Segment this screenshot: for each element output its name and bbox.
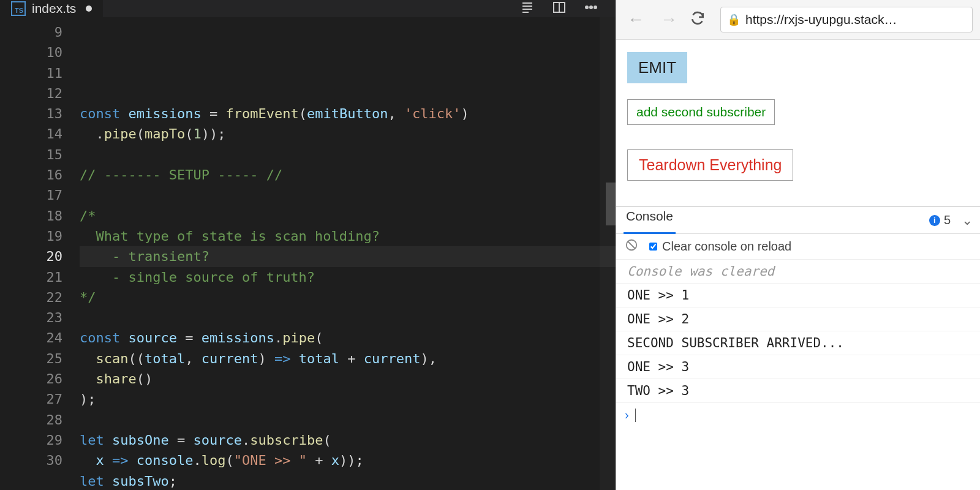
clear-on-reload-checkbox[interactable]: Clear console on reload bbox=[649, 239, 791, 254]
line-number: 28 bbox=[0, 410, 62, 430]
add-subscriber-button[interactable]: add second subscriber bbox=[627, 99, 775, 125]
line-number: 30 bbox=[0, 450, 62, 470]
line-number: 18 bbox=[0, 206, 62, 226]
active-line-highlight bbox=[80, 246, 616, 266]
emit-button[interactable]: EMIT bbox=[627, 52, 687, 83]
line-number: 24 bbox=[0, 328, 62, 348]
code-line[interactable] bbox=[80, 83, 616, 104]
line-number: 29 bbox=[0, 430, 62, 450]
editor-tabbar-actions bbox=[520, 0, 616, 17]
reload-button-icon[interactable] bbox=[690, 10, 706, 29]
clear-on-reload-label: Clear console on reload bbox=[662, 239, 791, 254]
more-actions-icon[interactable] bbox=[584, 0, 598, 17]
svg-point-3 bbox=[594, 6, 597, 9]
line-number: 13 bbox=[0, 104, 62, 124]
line-number: 10 bbox=[0, 42, 62, 62]
line-number: 27 bbox=[0, 389, 62, 409]
console-toolbar: Clear console on reload bbox=[616, 234, 980, 260]
line-number: 20 bbox=[0, 246, 62, 266]
code-line[interactable]: // ------- SETUP ----- // bbox=[80, 165, 616, 185]
browser-preview-pane: ← → 🔒 https://rxjs-uyupgu.stack… EMIT ad… bbox=[616, 0, 980, 490]
console-log-entry: SECOND SUBSCRIBER ARRIVED... bbox=[616, 331, 980, 355]
split-editor-icon[interactable] bbox=[552, 0, 567, 17]
unsaved-indicator-icon bbox=[86, 6, 92, 12]
code-line[interactable]: let subsOne = source.subscribe( bbox=[80, 430, 616, 450]
editor-tab-active[interactable]: TS index.ts bbox=[0, 0, 103, 17]
svg-point-1 bbox=[586, 6, 588, 9]
console-input-row[interactable]: › bbox=[616, 403, 980, 427]
svg-point-2 bbox=[590, 6, 592, 9]
console-log-list: Console was clearedONE >> 1ONE >> 2SECON… bbox=[616, 260, 980, 403]
line-number: 11 bbox=[0, 63, 62, 83]
code-area[interactable]: 9101112131415161718192021222324252627282… bbox=[0, 17, 616, 490]
line-number: 9 bbox=[0, 22, 62, 42]
line-number: 15 bbox=[0, 145, 62, 165]
line-number: 14 bbox=[0, 124, 62, 144]
secure-lock-icon: 🔒 bbox=[727, 13, 741, 26]
console-header: Console i 5 ⌄ bbox=[616, 207, 980, 234]
code-line[interactable] bbox=[80, 410, 616, 430]
editor-tab-title: index.ts bbox=[32, 1, 76, 16]
code-line[interactable]: const source = emissions.pipe( bbox=[80, 328, 616, 348]
console-message-count: i 5 bbox=[929, 213, 951, 227]
teardown-button[interactable]: Teardown Everything bbox=[627, 149, 793, 181]
code-line[interactable]: share() bbox=[80, 369, 616, 389]
code-line[interactable] bbox=[80, 145, 616, 165]
code-line[interactable]: ); bbox=[80, 389, 616, 409]
code-line[interactable]: What type of state is scan holding? bbox=[80, 226, 616, 246]
code-line[interactable]: x => console.log("ONE >> " + x)); bbox=[80, 450, 616, 470]
line-number: 23 bbox=[0, 307, 62, 328]
line-number: 21 bbox=[0, 267, 62, 287]
line-number: 25 bbox=[0, 349, 62, 369]
clear-on-reload-input[interactable] bbox=[649, 243, 657, 251]
line-number: 26 bbox=[0, 369, 62, 389]
browser-nav-toolbar: ← → 🔒 https://rxjs-uyupgu.stack… bbox=[616, 0, 980, 40]
line-number-gutter: 9101112131415161718192021222324252627282… bbox=[0, 22, 80, 490]
code-line[interactable] bbox=[80, 307, 616, 328]
line-number: 12 bbox=[0, 83, 62, 104]
console-prompt-icon: › bbox=[625, 408, 629, 422]
chevron-down-icon[interactable]: ⌄ bbox=[962, 213, 973, 228]
code-editor-pane: TS index.ts 9101112131415161718192021222… bbox=[0, 0, 616, 490]
code-line[interactable]: let subsTwo; bbox=[80, 471, 616, 490]
typescript-file-icon: TS bbox=[11, 1, 26, 16]
code-line[interactable] bbox=[80, 185, 616, 205]
console-input-caret bbox=[635, 409, 636, 422]
rendered-page: EMIT add second subscriber Teardown Ever… bbox=[616, 40, 980, 193]
line-number: 16 bbox=[0, 165, 62, 185]
editor-tabbar: TS index.ts bbox=[0, 0, 616, 17]
console-cleared-message: Console was cleared bbox=[616, 260, 980, 284]
line-number: 17 bbox=[0, 185, 62, 205]
url-bar[interactable]: 🔒 https://rxjs-uyupgu.stack… bbox=[720, 7, 973, 32]
console-log-entry: ONE >> 3 bbox=[616, 355, 980, 379]
clear-console-icon[interactable] bbox=[625, 238, 638, 255]
info-icon: i bbox=[929, 215, 940, 226]
back-button-icon[interactable]: ← bbox=[624, 10, 648, 29]
line-number: 22 bbox=[0, 287, 62, 307]
code-line[interactable]: const emissions = fromEvent(emitButton, … bbox=[80, 104, 616, 124]
url-text: https://rxjs-uyupgu.stack… bbox=[745, 12, 897, 27]
console-log-entry: ONE >> 2 bbox=[616, 307, 980, 331]
console-count-value: 5 bbox=[944, 213, 951, 227]
console-log-entry: TWO >> 3 bbox=[616, 379, 980, 403]
code-line[interactable]: .pipe(mapTo(1)); bbox=[80, 124, 616, 144]
code-line[interactable]: /* bbox=[80, 206, 616, 226]
line-number: 19 bbox=[0, 226, 62, 246]
console-tab[interactable]: Console bbox=[624, 207, 676, 234]
code-line[interactable]: - single source of truth? bbox=[80, 267, 616, 287]
forward-button-icon[interactable]: → bbox=[657, 10, 681, 29]
devtools-console: Console i 5 ⌄ Clear console on reload Co… bbox=[616, 206, 980, 427]
code-line[interactable]: */ bbox=[80, 287, 616, 307]
console-log-entry: ONE >> 1 bbox=[616, 284, 980, 307]
list-icon[interactable] bbox=[520, 0, 535, 17]
code-line[interactable]: scan((total, current) => total + current… bbox=[80, 349, 616, 369]
code-content[interactable]: const emissions = fromEvent(emitButton, … bbox=[80, 22, 616, 490]
